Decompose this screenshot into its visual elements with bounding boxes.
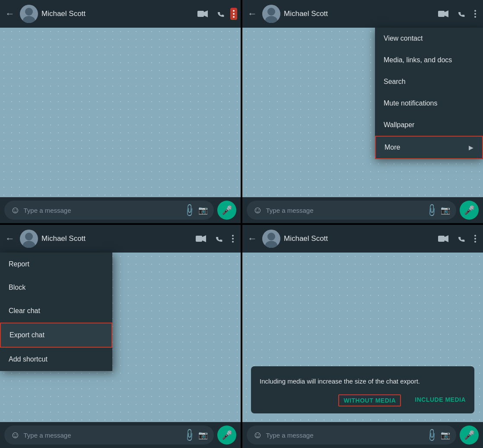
- input-bar-2: ☺ Type a message 📎 📷 🎤: [242, 197, 483, 223]
- menu-item-view-contact[interactable]: View contact: [375, 28, 483, 49]
- svg-point-29: [474, 235, 476, 237]
- video-call-button-2[interactable]: [435, 6, 452, 21]
- mic-button-4[interactable]: 🎤: [460, 426, 479, 445]
- camera-button-3[interactable]: 📷: [198, 430, 208, 440]
- input-bar-3: ☺ Type a message 📎 📷 🎤: [0, 422, 241, 448]
- svg-marker-12: [445, 10, 448, 17]
- emoji-button-3[interactable]: ☺: [10, 429, 20, 441]
- voice-call-button-1[interactable]: [213, 6, 229, 22]
- svg-point-9: [267, 8, 275, 16]
- message-input-1[interactable]: Type a message: [23, 207, 181, 214]
- menu-item-media-links[interactable]: Media, links, and docs: [375, 49, 483, 71]
- contact-name-1: Michael Scott: [41, 10, 191, 18]
- avatar-img-2: [262, 5, 280, 23]
- more-options-button-3[interactable]: [229, 231, 237, 246]
- video-call-button-1[interactable]: [194, 6, 211, 21]
- avatar-4: [262, 230, 280, 248]
- more-options-button-4[interactable]: [471, 231, 480, 246]
- attach-button-1[interactable]: 📎: [182, 203, 197, 218]
- chat-header-1: ← Michael Scott: [0, 0, 241, 28]
- avatar-2: [262, 5, 280, 23]
- mic-button-1[interactable]: 🎤: [217, 201, 236, 220]
- submenu-item-report[interactable]: Report: [0, 253, 112, 276]
- message-input-2[interactable]: Type a message: [266, 207, 423, 214]
- emoji-button-2[interactable]: ☺: [253, 205, 262, 216]
- message-input-3[interactable]: Type a message: [23, 432, 181, 439]
- svg-point-6: [233, 13, 235, 15]
- menu-item-search[interactable]: Search: [375, 71, 483, 93]
- contact-name-3: Michael Scott: [41, 234, 189, 243]
- submenu-3: Report Block Clear chat Export chat Add …: [0, 253, 112, 371]
- panel-4: ← Michael Scott: [242, 225, 483, 448]
- svg-point-1: [25, 8, 33, 16]
- chat-header-2: ← Michael Scott: [242, 0, 483, 28]
- message-input-4[interactable]: Type a message: [266, 432, 423, 439]
- camera-button-1[interactable]: 📷: [198, 205, 208, 215]
- video-call-button-3[interactable]: [192, 231, 210, 246]
- panel-2: ← Michael Scott: [242, 0, 483, 223]
- include-media-button[interactable]: INCLUDE MEDIA: [415, 394, 466, 406]
- svg-rect-19: [196, 236, 202, 242]
- voice-call-button-2[interactable]: [454, 6, 469, 22]
- menu-item-more[interactable]: More ▶: [375, 136, 483, 159]
- avatar-img-1: [20, 5, 38, 23]
- submenu-item-add-shortcut[interactable]: Add shortcut: [0, 348, 112, 371]
- emoji-button-4[interactable]: ☺: [253, 429, 262, 441]
- attach-button-4[interactable]: 📎: [424, 428, 439, 443]
- chat-header-4: ← Michael Scott: [242, 225, 483, 253]
- back-button-1[interactable]: ←: [3, 6, 16, 21]
- svg-rect-11: [438, 11, 445, 17]
- input-area-4[interactable]: ☺ Type a message 📎 📷: [247, 426, 456, 445]
- svg-rect-3: [197, 11, 204, 17]
- svg-point-13: [474, 10, 476, 12]
- emoji-button-1[interactable]: ☺: [10, 205, 20, 216]
- without-media-button[interactable]: WITHOUT MEDIA: [338, 394, 401, 406]
- svg-marker-20: [202, 235, 206, 242]
- header-icons-3: [192, 231, 237, 246]
- back-button-4[interactable]: ←: [246, 231, 259, 246]
- more-options-button-1[interactable]: [230, 8, 237, 20]
- menu-item-wallpaper[interactable]: Wallpaper: [375, 114, 483, 136]
- panel-3: ← Michael Scott: [0, 225, 241, 448]
- svg-marker-28: [445, 235, 448, 242]
- svg-point-7: [233, 16, 235, 18]
- video-call-button-4[interactable]: [435, 231, 452, 246]
- contact-name-2: Michael Scott: [284, 10, 431, 18]
- svg-point-5: [233, 10, 235, 12]
- submenu-item-block[interactable]: Block: [0, 276, 112, 299]
- camera-button-4[interactable]: 📷: [441, 430, 450, 440]
- submenu-item-clear-chat[interactable]: Clear chat: [0, 299, 112, 323]
- mic-button-2[interactable]: 🎤: [460, 201, 479, 220]
- back-button-2[interactable]: ←: [246, 6, 259, 21]
- input-area-1[interactable]: ☺ Type a message 📎 📷: [4, 201, 214, 220]
- avatar-img-4: [262, 230, 280, 248]
- input-bar-1: ☺ Type a message 📎 📷 🎤: [0, 197, 241, 223]
- voice-call-button-4[interactable]: [454, 231, 469, 246]
- mic-button-3[interactable]: 🎤: [217, 426, 236, 445]
- svg-point-31: [474, 241, 476, 243]
- submenu-item-export-chat[interactable]: Export chat: [0, 323, 112, 348]
- avatar-img-3: [20, 230, 38, 248]
- export-dialog-buttons: WITHOUT MEDIA INCLUDE MEDIA: [260, 394, 466, 406]
- header-icons-2: [435, 6, 480, 22]
- svg-point-15: [474, 16, 476, 18]
- camera-button-2[interactable]: 📷: [441, 205, 450, 215]
- svg-point-23: [232, 241, 234, 243]
- input-area-2[interactable]: ☺ Type a message 📎 📷: [247, 201, 456, 220]
- input-area-3[interactable]: ☺ Type a message 📎 📷: [4, 426, 214, 445]
- svg-point-30: [474, 238, 476, 240]
- menu-item-mute[interactable]: Mute notifications: [375, 93, 483, 114]
- header-icons-1: [194, 6, 237, 22]
- chevron-right-icon: ▶: [469, 144, 473, 151]
- svg-point-17: [25, 233, 33, 240]
- attach-button-3[interactable]: 📎: [182, 428, 197, 443]
- attach-button-2[interactable]: 📎: [424, 203, 439, 218]
- more-options-button-2[interactable]: [471, 6, 480, 22]
- chat-background-1: [0, 28, 241, 197]
- contact-name-4: Michael Scott: [284, 234, 431, 243]
- voice-call-button-3[interactable]: [211, 231, 227, 246]
- chat-header-3: ← Michael Scott: [0, 225, 241, 253]
- svg-marker-4: [204, 10, 208, 17]
- back-button-3[interactable]: ←: [3, 231, 16, 246]
- export-dialog-text: Including media will increase the size o…: [260, 377, 466, 386]
